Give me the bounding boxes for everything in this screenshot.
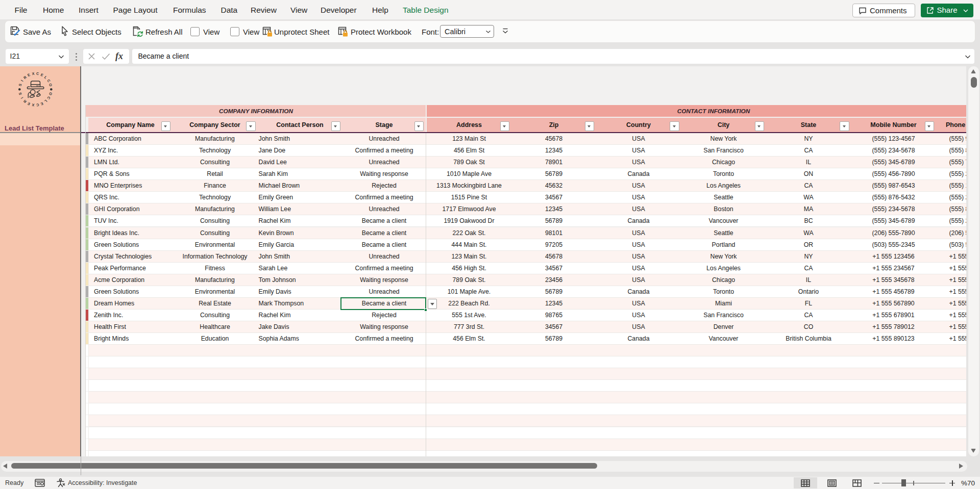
svg-text:S: S xyxy=(18,92,23,95)
svg-text:C: C xyxy=(36,71,39,76)
svg-text:E: E xyxy=(27,72,31,78)
svg-text:L: L xyxy=(43,75,48,80)
svg-text:C: C xyxy=(36,102,39,108)
svg-text:E: E xyxy=(40,101,44,106)
svg-text:S: S xyxy=(18,83,23,87)
svg-text:C: C xyxy=(46,79,51,83)
svg-text:I: I xyxy=(20,96,24,100)
svg-text:X: X xyxy=(32,71,35,76)
svg-text:O: O xyxy=(48,83,53,87)
svg-text:E: E xyxy=(27,101,31,106)
svg-text:R: R xyxy=(22,98,27,104)
svg-text:L: L xyxy=(43,99,48,104)
svg-text:O: O xyxy=(48,92,53,96)
svg-text:X: X xyxy=(32,102,35,108)
svg-text:I: I xyxy=(20,79,24,83)
svg-text:E: E xyxy=(40,72,44,78)
svg-text:C: C xyxy=(46,95,51,100)
svg-text:R: R xyxy=(22,74,28,80)
